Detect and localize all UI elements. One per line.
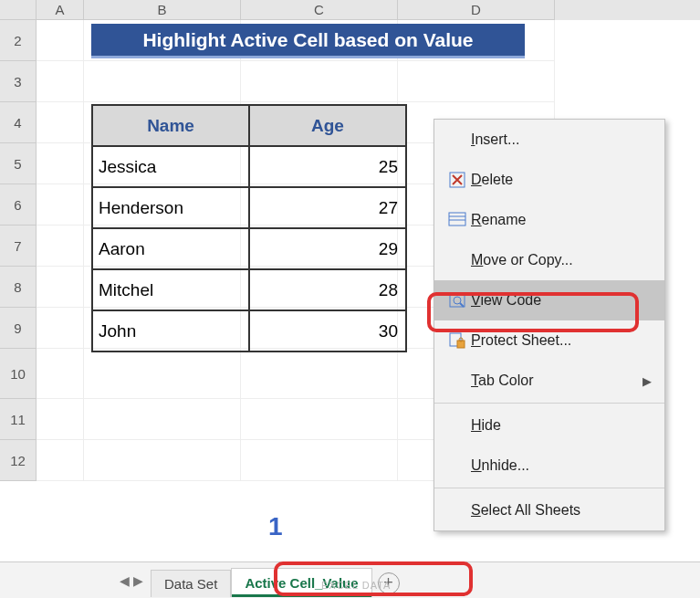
worksheet-grid[interactable]: A B C D 2 3 4 5 6 7 8 9 10 11 12 Highlig… xyxy=(0,0,700,561)
menu-label: Hide xyxy=(471,417,652,434)
data-table: Name Age Jessica25 Henderson27 Aaron29 M… xyxy=(91,104,407,352)
menu-label: Move or Copy... xyxy=(471,252,652,268)
menu-label: Protect Sheet... xyxy=(471,332,652,349)
menu-label: Tab Color xyxy=(471,372,643,389)
menu-insert[interactable]: Insert... xyxy=(434,120,664,160)
table-row[interactable]: Aaron29 xyxy=(92,228,406,269)
protect-icon xyxy=(444,331,471,350)
nav-next-icon[interactable]: ▶ xyxy=(133,573,143,588)
svg-point-5 xyxy=(454,297,461,304)
callout-step-1: 1 xyxy=(268,512,283,541)
table-row[interactable]: Jessica25 xyxy=(92,146,406,187)
menu-label: Rename xyxy=(471,212,652,228)
nav-prev-icon[interactable]: ◀ xyxy=(120,573,130,588)
menu-label: Insert... xyxy=(471,131,652,148)
menu-label: Delete xyxy=(471,172,652,188)
row-header[interactable]: 8 xyxy=(0,267,37,308)
menu-label: Unhide... xyxy=(471,457,652,474)
row-header[interactable]: 9 xyxy=(0,308,37,349)
cell-age[interactable]: 30 xyxy=(249,310,406,351)
menu-separator xyxy=(434,488,664,488)
sheet-tab-data-set[interactable]: Data Set xyxy=(151,570,231,597)
cell-age[interactable]: 25 xyxy=(249,146,406,187)
menu-tab-color[interactable]: Tab Color ▶ xyxy=(434,361,664,401)
rename-icon xyxy=(444,211,471,229)
row-header[interactable]: 11 xyxy=(0,399,37,440)
sheet-tabs-bar: ◀▶ Data Set Active Cell_Value + EXCEL DA… xyxy=(0,561,700,598)
cell-name[interactable]: Aaron xyxy=(92,228,249,269)
tab-nav-arrows[interactable]: ◀▶ xyxy=(0,573,151,588)
col-header-A[interactable]: A xyxy=(37,0,84,20)
menu-select-all-sheets[interactable]: Select All Sheets xyxy=(434,490,664,530)
table-row[interactable]: Henderson27 xyxy=(92,187,406,228)
table-row[interactable]: Mitchel28 xyxy=(92,269,406,310)
menu-move-copy[interactable]: Move or Copy... xyxy=(434,240,664,280)
menu-rename[interactable]: Rename xyxy=(434,200,664,240)
row-header[interactable]: 2 xyxy=(0,20,37,61)
col-header-C[interactable]: C xyxy=(241,0,398,20)
cell-age[interactable]: 29 xyxy=(249,228,406,269)
watermark-text: EXCEL DATA xyxy=(321,580,391,591)
svg-rect-1 xyxy=(449,213,465,226)
row-header[interactable]: 5 xyxy=(0,143,37,184)
table-row[interactable]: John30 xyxy=(92,310,406,351)
cell-age[interactable]: 28 xyxy=(249,269,406,310)
delete-icon xyxy=(444,171,471,189)
menu-label: Select All Sheets xyxy=(471,502,652,519)
menu-delete[interactable]: Delete xyxy=(434,160,664,200)
row-header[interactable]: 4 xyxy=(0,102,37,143)
row-header[interactable]: 10 xyxy=(0,349,37,399)
row-header[interactable]: 7 xyxy=(0,226,37,267)
menu-label: View Code xyxy=(471,292,652,309)
col-header-B[interactable]: B xyxy=(84,0,241,20)
menu-separator xyxy=(434,403,664,404)
menu-view-code[interactable]: View Code xyxy=(434,280,664,320)
row-header[interactable]: 6 xyxy=(0,184,37,226)
menu-unhide[interactable]: Unhide... xyxy=(434,446,664,486)
menu-protect-sheet[interactable]: Protect Sheet... xyxy=(434,320,664,361)
cell-age[interactable]: 27 xyxy=(249,187,406,228)
col-header-name[interactable]: Name xyxy=(92,105,249,146)
sheet-tab-context-menu: Insert... Delete Rename Move or Copy... … xyxy=(434,119,665,531)
submenu-arrow-icon: ▶ xyxy=(643,374,652,388)
cell-name[interactable]: John xyxy=(92,310,249,351)
cell-name[interactable]: Henderson xyxy=(92,187,249,228)
col-header-age[interactable]: Age xyxy=(249,105,406,146)
menu-hide[interactable]: Hide xyxy=(434,405,664,446)
view-code-icon xyxy=(444,291,471,309)
cell-name[interactable]: Mitchel xyxy=(92,269,249,310)
svg-line-6 xyxy=(460,303,464,307)
col-header-D[interactable]: D xyxy=(398,0,555,20)
column-headers-row: A B C D xyxy=(0,0,700,20)
cell-name[interactable]: Jessica xyxy=(92,146,249,187)
select-all-corner[interactable] xyxy=(0,0,37,20)
row-header[interactable]: 12 xyxy=(0,440,37,481)
row-header[interactable]: 3 xyxy=(0,61,37,102)
page-title: Highlight Active Cell based on Value xyxy=(91,24,525,58)
